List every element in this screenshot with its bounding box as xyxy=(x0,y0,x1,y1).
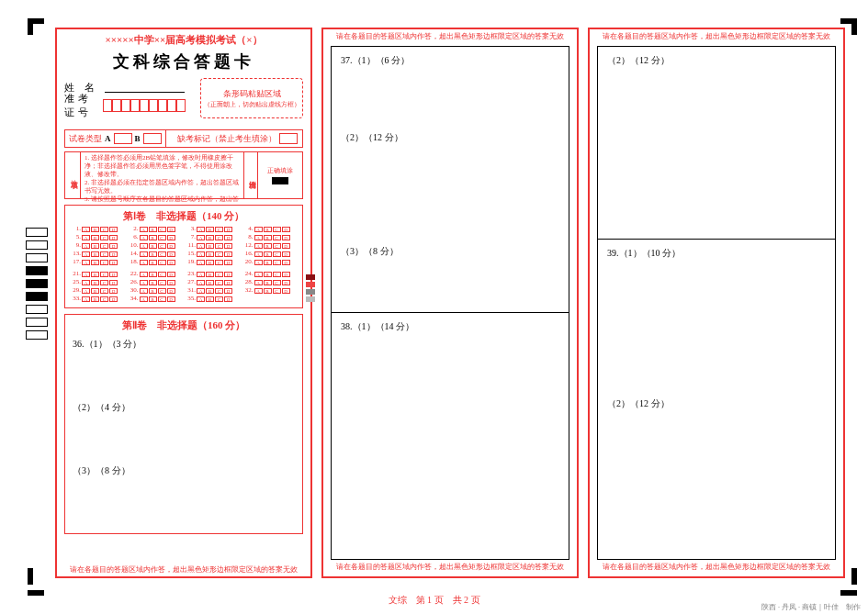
bubble-option[interactable]: D xyxy=(282,243,290,249)
bubble-option[interactable]: B xyxy=(91,251,99,257)
bubble-option[interactable]: C xyxy=(100,288,108,294)
bubble-option[interactable]: C xyxy=(273,280,281,285)
bubble-option[interactable]: A xyxy=(254,235,263,240)
bubble-option[interactable]: C xyxy=(215,243,223,249)
id-boxes[interactable] xyxy=(103,99,186,112)
bubble-option[interactable]: C xyxy=(158,280,166,285)
id-box[interactable] xyxy=(176,99,186,112)
bubble-option[interactable]: B xyxy=(206,272,214,277)
bubble-option[interactable]: B xyxy=(91,243,99,249)
bubble-option[interactable]: B xyxy=(149,260,157,265)
bubble-option[interactable]: B xyxy=(206,288,214,294)
bubble-option[interactable]: A xyxy=(140,280,148,285)
bubble-option[interactable]: B xyxy=(206,296,214,302)
bubble-option[interactable]: B xyxy=(91,227,99,232)
bubble-option[interactable]: C xyxy=(100,272,108,277)
bubble-option[interactable]: A xyxy=(140,235,148,240)
bubble-option[interactable]: C xyxy=(100,296,108,302)
bubble-option[interactable]: D xyxy=(109,288,118,294)
bubble-option[interactable]: D xyxy=(167,288,175,294)
bubble-option[interactable]: B xyxy=(91,260,99,265)
bubble-option[interactable]: A xyxy=(140,243,148,249)
bubble-option[interactable]: A xyxy=(140,288,148,294)
bubble-option[interactable]: B xyxy=(149,296,157,302)
bubble-option[interactable]: B xyxy=(206,235,214,240)
bubble-option[interactable]: D xyxy=(167,296,175,302)
bubble-option[interactable]: D xyxy=(167,272,175,277)
bubble-option[interactable]: B xyxy=(91,288,99,294)
bubble-option[interactable]: A xyxy=(140,296,148,302)
bubble-option[interactable]: A xyxy=(82,243,90,249)
bubble-option[interactable]: C xyxy=(273,235,281,240)
bubble-option[interactable]: C xyxy=(158,296,166,302)
bubble-option[interactable]: A xyxy=(82,272,90,277)
id-box[interactable] xyxy=(103,99,112,112)
bubble-option[interactable]: B xyxy=(206,280,214,285)
bubble-option[interactable]: D xyxy=(224,296,232,302)
bubble-option[interactable]: D xyxy=(167,227,175,232)
bubble-option[interactable]: C xyxy=(273,227,281,232)
bubble-option[interactable]: B xyxy=(149,288,157,294)
bubble-option[interactable]: A xyxy=(197,251,205,257)
bubble-option[interactable]: D xyxy=(109,260,118,265)
bubble-option[interactable]: B xyxy=(91,280,99,285)
bubble-option[interactable]: C xyxy=(100,227,108,232)
bubble-option[interactable]: A xyxy=(82,251,90,257)
bubble-option[interactable]: C xyxy=(100,235,108,240)
bubble-option[interactable]: C xyxy=(100,280,108,285)
bubble-option[interactable]: D xyxy=(224,260,232,265)
bubble-option[interactable]: D xyxy=(167,243,175,249)
id-box[interactable] xyxy=(158,99,167,112)
bubble-option[interactable]: C xyxy=(215,296,223,302)
bubble-option[interactable]: D xyxy=(167,260,175,265)
id-box[interactable] xyxy=(140,99,149,112)
bubble-option[interactable]: C xyxy=(100,251,108,257)
bubble-option[interactable]: D xyxy=(224,227,232,232)
bubble-option[interactable]: B xyxy=(264,243,272,249)
bubble-option[interactable]: B xyxy=(206,243,214,249)
bubble-option[interactable]: C xyxy=(215,260,223,265)
bubble-option[interactable]: C xyxy=(273,260,281,265)
bubble-option[interactable]: C xyxy=(215,280,223,285)
bubble-option[interactable]: C xyxy=(273,288,281,294)
bubble-option[interactable]: D xyxy=(224,243,232,249)
bubble-option[interactable]: B xyxy=(264,227,272,232)
bubble-option[interactable]: B xyxy=(91,272,99,277)
bubble-option[interactable]: C xyxy=(215,235,223,240)
paper-type-a-box[interactable] xyxy=(114,133,132,144)
bubble-option[interactable]: C xyxy=(158,288,166,294)
bubble-option[interactable]: A xyxy=(254,280,263,285)
bubble-option[interactable]: B xyxy=(264,280,272,285)
bubble-option[interactable]: C xyxy=(215,272,223,277)
bubble-option[interactable]: C xyxy=(273,243,281,249)
bubble-option[interactable]: A xyxy=(197,288,205,294)
bubble-option[interactable]: A xyxy=(82,288,90,294)
bubble-option[interactable]: C xyxy=(158,260,166,265)
bubble-option[interactable]: A xyxy=(140,251,148,257)
bubble-option[interactable]: D xyxy=(224,280,232,285)
bubble-option[interactable]: B xyxy=(264,235,272,240)
id-box[interactable] xyxy=(121,99,130,112)
bubble-option[interactable]: B xyxy=(264,288,272,294)
bubble-option[interactable]: C xyxy=(158,227,166,232)
bubble-option[interactable]: A xyxy=(254,243,263,249)
bubble-option[interactable]: A xyxy=(82,227,90,232)
bubble-option[interactable]: C xyxy=(215,288,223,294)
bubble-option[interactable]: A xyxy=(82,235,90,240)
bubble-option[interactable]: C xyxy=(158,243,166,249)
bubble-option[interactable]: D xyxy=(282,251,290,257)
bubble-option[interactable]: D xyxy=(224,235,232,240)
bubble-option[interactable]: D xyxy=(282,260,290,265)
bubble-option[interactable]: B xyxy=(149,235,157,240)
bubble-option[interactable]: C xyxy=(158,272,166,277)
absent-mark-box[interactable] xyxy=(279,133,298,144)
bubble-option[interactable]: A xyxy=(140,260,148,265)
bubble-option[interactable]: C xyxy=(158,251,166,257)
id-box[interactable] xyxy=(149,99,158,112)
bubble-option[interactable]: D xyxy=(109,243,118,249)
bubble-option[interactable]: A xyxy=(254,260,263,265)
bubble-option[interactable]: A xyxy=(254,272,263,277)
bubble-option[interactable]: B xyxy=(149,227,157,232)
bubble-option[interactable]: D xyxy=(109,227,118,232)
barcode-area[interactable]: 条形码粘贴区域 （正面朝上，切勿贴出虚线方框） xyxy=(200,78,303,118)
